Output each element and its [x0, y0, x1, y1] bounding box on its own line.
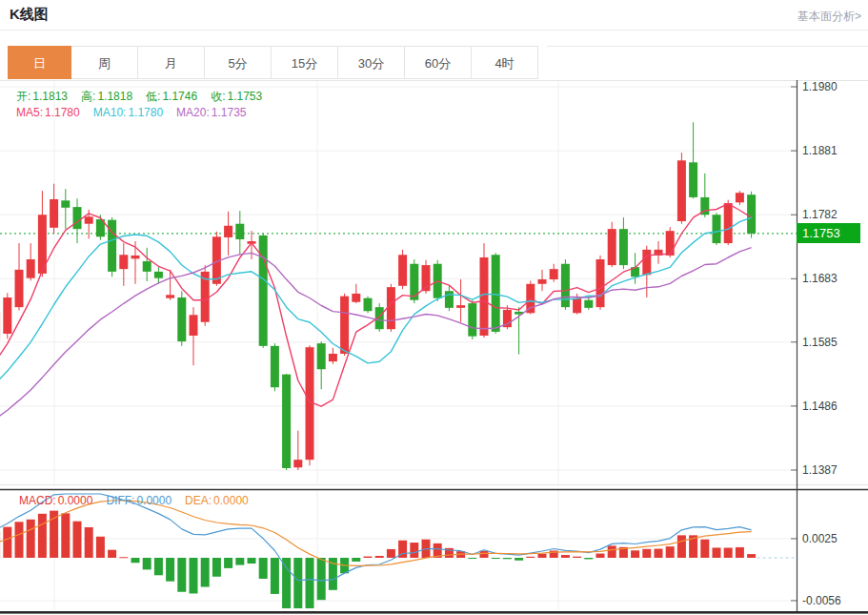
price-tick-label: 1.1387 [802, 463, 838, 477]
price-tick-label: 1.1585 [802, 336, 838, 349]
chart-canvas[interactable] [0, 80, 797, 611]
macd-tick-label: 0.0025 [802, 532, 838, 545]
kline-widget: K线图 基本面分析> 日周月5分15分30分60分4时 开:1.1813高:1.… [0, 0, 868, 615]
timeframe-tabs: 日周月5分15分30分60分4时 [8, 46, 538, 79]
tab-5min[interactable]: 5分 [205, 46, 272, 79]
tab-30min[interactable]: 30分 [338, 46, 405, 79]
price-tick-label: 1.1486 [802, 400, 838, 413]
price-tick-label: 1.1980 [802, 80, 838, 93]
price-tick-label: 1.1881 [802, 144, 838, 157]
macd-tick-label: -0.0056 [802, 594, 841, 607]
tab-month[interactable]: 月 [138, 46, 205, 79]
tab-4hour[interactable]: 4时 [472, 46, 538, 79]
last-price-badge: 1.1753 [797, 223, 860, 243]
price-tick-label: 1.1782 [802, 208, 838, 221]
tab-15min[interactable]: 15分 [272, 46, 338, 79]
tab-60min[interactable]: 60分 [405, 46, 472, 79]
price-tick-label: 1.1683 [802, 272, 838, 285]
tab-week[interactable]: 周 [71, 46, 138, 79]
tab-day[interactable]: 日 [8, 46, 71, 79]
